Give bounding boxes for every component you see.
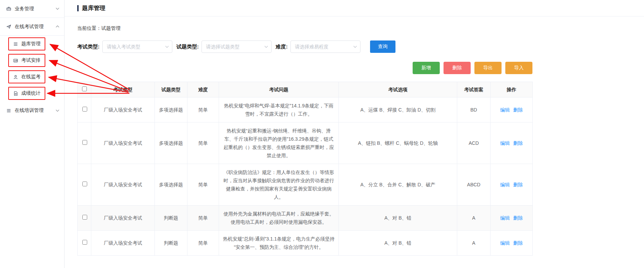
sidebar-item-online-exam-management[interactable]: 在线考试管理 — [0, 18, 64, 36]
import-button[interactable]: 导入 — [505, 62, 532, 74]
content: 当前位置：试题管理 考试类型: 试题类型: 难度: — [65, 25, 532, 256]
exam-type-input[interactable] — [102, 40, 172, 53]
delete-link[interactable]: 删除 — [513, 140, 523, 146]
sidebar: 业务管理 在线考试管理 题库管理 — [0, 0, 65, 268]
filter-bar: 考试类型: 试题类型: 难度: — [77, 40, 532, 53]
column-header-operations: 操作 — [491, 82, 533, 97]
sidebar-item-exam-schedule[interactable]: 考试安排 — [0, 52, 64, 69]
filter-label-exam-type: 考试类型: — [77, 44, 100, 50]
query-button[interactable]: 查询 — [370, 40, 395, 53]
column-header-options: 考试选项 — [339, 82, 457, 97]
cell-question: 热机安规“电焊和气焊-基本规定”14.1.9条规定，下雨雪时，不宜露天进行（）工… — [219, 97, 339, 123]
cell-question-type: 判断题 — [155, 231, 187, 256]
cell-exam-type: 厂级入场安全考试 — [91, 231, 155, 256]
question-type-select[interactable] — [202, 40, 272, 53]
column-header-question: 考试问题 — [219, 82, 339, 97]
sidebar-item-online-proctoring[interactable]: 在线监考 — [0, 69, 64, 85]
export-button[interactable]: 导出 — [474, 62, 502, 74]
sidebar-item-label: 业务管理 — [15, 6, 34, 12]
table-row: 厂级入场安全考试 判断题 简单 使用外壳为金属材料的电动工具时，应戴绝缘手套。使… — [78, 206, 533, 231]
cell-difficulty: 简单 — [187, 123, 219, 164]
list-icon — [6, 108, 11, 113]
filter-label-difficulty: 难度: — [276, 44, 288, 50]
cell-question: 《职业病防治法》规定：用人单位在发生（）等情形时，应当对从事接触职业病危害的作业… — [219, 164, 339, 206]
cell-question: 使用外壳为金属材料的电动工具时，应戴绝缘手套。使用电动工具时，必须同时使用漏电保… — [219, 206, 339, 231]
sidebar-item-label: 在线考试管理 — [15, 24, 44, 30]
cell-answer: BD — [457, 97, 491, 123]
select-all-cell — [78, 82, 91, 97]
cell-exam-type: 厂级入场安全考试 — [91, 206, 155, 231]
edit-link[interactable]: 编辑 — [500, 182, 510, 187]
table-row: 厂级入场安全考试 多项选择题 简单 热机安规“起重和搬运-钢丝绳、纤维绳、吊钩、… — [78, 123, 533, 164]
delete-link[interactable]: 删除 — [513, 240, 523, 246]
cell-question: 热机安规“总则-通则”3.1.1条规定，电力生产必须坚持“安全第一、预防为主、综… — [219, 231, 339, 256]
edit-link[interactable]: 编辑 — [500, 107, 510, 113]
cell-difficulty: 简单 — [187, 97, 219, 123]
cell-difficulty: 简单 — [187, 231, 219, 256]
annotation-box: 在线监考 — [8, 70, 45, 83]
delete-link[interactable]: 删除 — [513, 107, 523, 113]
table-header-row: 考试类型 试题类型 难度 考试问题 考试选项 考试答案 操作 — [78, 82, 533, 97]
app-layout: 业务管理 在线考试管理 题库管理 — [0, 0, 644, 268]
cell-answer: ACD — [457, 123, 491, 164]
main-area: 题库管理 当前位置：试题管理 考试类型: 试题类型: — [65, 0, 644, 268]
edit-link[interactable]: 编辑 — [500, 215, 510, 221]
send-icon — [6, 24, 11, 29]
annotation-box: 考试安排 — [8, 54, 45, 67]
cell-operations: 编辑删除 — [491, 206, 533, 231]
cell-question: 热机安规“起重和搬运-钢丝绳、纤维绳、吊钩、滑车、千斤顶和手拉葫芦的使用”16.… — [219, 123, 339, 164]
user-icon — [13, 74, 18, 80]
column-header-question-type: 试题类型 — [155, 82, 187, 97]
delete-button[interactable]: 删除 — [444, 62, 471, 74]
sidebar-item-label: 题库管理 — [21, 41, 41, 47]
sidebar-item-label: 考试安排 — [21, 57, 41, 63]
delete-link[interactable]: 删除 — [513, 182, 523, 187]
cell-exam-type: 厂级入场安全考试 — [91, 97, 155, 123]
delete-link[interactable]: 删除 — [513, 215, 523, 221]
title-accent-bar — [77, 5, 79, 11]
add-button[interactable]: 新增 — [413, 62, 440, 74]
cell-operations: 编辑删除 — [491, 123, 533, 164]
breadcrumb-label: 当前位置： — [77, 25, 101, 31]
sidebar-item-online-training-management[interactable]: 在线培训管理 — [0, 102, 64, 119]
breadcrumb: 当前位置：试题管理 — [77, 25, 532, 32]
document-icon — [13, 91, 18, 96]
exam-type-select[interactable] — [102, 40, 172, 53]
row-checkbox[interactable] — [82, 140, 87, 145]
sidebar-item-score-statistics[interactable]: 成绩统计 — [0, 85, 64, 102]
page-header: 题库管理 — [65, 0, 644, 16]
page-title: 题库管理 — [82, 4, 105, 12]
table-actions: 新增 删除 导出 导入 — [77, 62, 532, 74]
sidebar-item-business-management[interactable]: 业务管理 — [0, 0, 64, 18]
cell-options: A、对 B、错 — [339, 231, 457, 256]
sidebar-item-label: 在线培训管理 — [15, 107, 44, 114]
cell-options: A、对 B、错 — [339, 206, 457, 231]
id-card-icon — [13, 58, 18, 63]
cell-difficulty: 简单 — [187, 206, 219, 231]
filter-label-question-type: 试题类型: — [176, 44, 199, 50]
row-checkbox[interactable] — [82, 215, 87, 220]
cell-answer: A — [457, 231, 491, 256]
list-icon — [13, 42, 18, 47]
row-checkbox[interactable] — [82, 240, 87, 245]
sidebar-item-question-bank-management[interactable]: 题库管理 — [0, 36, 64, 52]
cell-operations: 编辑删除 — [491, 97, 533, 123]
cell-question-type: 多项选择题 — [155, 123, 187, 164]
cell-exam-type: 厂级入场安全考试 — [91, 164, 155, 206]
cell-question-type: 判断题 — [155, 206, 187, 231]
cell-answer: ABCD — [457, 164, 491, 206]
edit-link[interactable]: 编辑 — [500, 140, 510, 146]
row-checkbox[interactable] — [82, 182, 87, 186]
question-type-input[interactable] — [202, 40, 272, 53]
question-table: 考试类型 试题类型 难度 考试问题 考试选项 考试答案 操作 厂级入场安全考试 … — [77, 82, 533, 256]
difficulty-input[interactable] — [290, 40, 360, 53]
cell-answer: A — [457, 206, 491, 231]
difficulty-select[interactable] — [290, 40, 360, 53]
row-checkbox[interactable] — [82, 107, 87, 112]
select-all-checkbox[interactable] — [82, 86, 87, 91]
cell-difficulty: 简单 — [187, 164, 219, 206]
chevron-down-icon — [56, 109, 59, 112]
edit-link[interactable]: 编辑 — [500, 240, 510, 246]
cell-operations: 编辑删除 — [491, 164, 533, 206]
annotation-box: 成绩统计 — [8, 87, 45, 100]
